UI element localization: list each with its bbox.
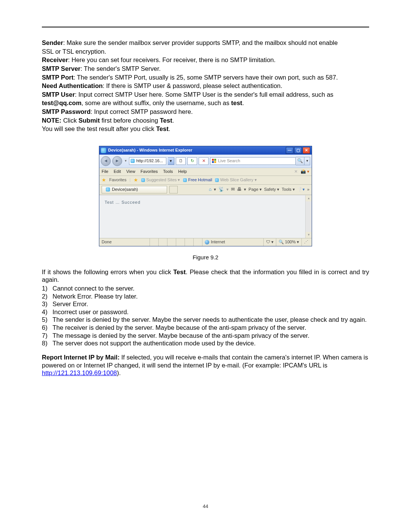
document-body: Sender: Make sure the sender mailbox ser…	[42, 39, 369, 377]
ie-icon	[215, 178, 219, 182]
feeds-icon[interactable]: 📡	[218, 187, 224, 192]
smtp-port-line: SMTP Port: The sender's SMTP Port, usual…	[42, 73, 369, 81]
web-slice-gallery[interactable]: Web Slice Gallery ▾	[215, 177, 256, 183]
address-dropdown[interactable]: ▾	[168, 157, 174, 165]
address-field[interactable]: http://192.16...	[129, 157, 166, 165]
cmd-tools[interactable]: Tools ▾	[282, 187, 295, 192]
close-toolbar-icon[interactable]: ✕	[294, 169, 298, 174]
search-box[interactable]: Live Search 🔍 ▾	[210, 157, 310, 165]
zoom-icon: 🔍	[279, 240, 284, 245]
smtp-server-line: SMTP Server: The sender's SMTP Server.	[42, 65, 369, 73]
close-button[interactable]: ✕	[303, 147, 310, 154]
status-bar: Done Internet 🛡 ▾ 🔍 100% ▾ ⋰	[99, 238, 312, 246]
menu-bar: File Edit View Favorites Tools Help ✕ 📸 …	[99, 168, 312, 176]
new-tab-button[interactable]	[169, 186, 178, 193]
favorites-label[interactable]: Favorites	[109, 177, 126, 183]
help-icon[interactable]: ❔▾	[297, 187, 305, 192]
err-3: Server Error.	[53, 300, 88, 308]
globe-icon	[205, 240, 209, 244]
stop-button[interactable]: ✕	[199, 157, 209, 165]
zoom-control[interactable]: 🔍 100% ▾	[276, 238, 302, 246]
add-favorite-icon[interactable]: ★	[134, 177, 138, 183]
print-icon[interactable]: 🖶	[237, 187, 242, 192]
error-list: 1)Cannot connect to the server. 2)Networ…	[42, 284, 369, 347]
err-8: The server does not support the authenti…	[53, 339, 256, 347]
address-bar: ◄ ► ▾ http://192.16... ▾ 🗋 ↻ ✕ Live Sea	[99, 155, 312, 168]
scroll-up-icon[interactable]: ▴	[306, 195, 312, 201]
forward-button[interactable]: ►	[112, 156, 122, 166]
minimize-button[interactable]: —	[286, 147, 293, 154]
smtp-user-line: SMTP User: Input correct SMTP User here.…	[42, 91, 369, 99]
compat-view-button[interactable]: 🗋	[176, 157, 186, 165]
command-bar: ⌂▾ 📡▾ ✉ 🖶▾ Page ▾ Safety ▾ Tools ▾ ❔▾ »	[209, 187, 309, 192]
favorites-star-icon[interactable]: ★	[102, 177, 106, 183]
menu-help[interactable]: Help	[178, 169, 187, 174]
suggested-sites[interactable]: Suggested Sites ▾	[141, 177, 180, 183]
after-test-line: You will see the test result after you c…	[42, 125, 369, 133]
report-url-link[interactable]: http://121.213.109.69:1008	[42, 369, 117, 376]
menu-edit[interactable]: Edit	[114, 169, 121, 174]
snagit-icon[interactable]: 📸 ▾	[301, 169, 309, 174]
test-result-text: Test … Succeed	[105, 200, 306, 205]
scroll-down-icon[interactable]: ▾	[306, 232, 312, 238]
smtp-pass-line: SMTP Password: Input correct SMTP passwo…	[42, 108, 369, 116]
free-hotmail[interactable]: Free Hotmail	[183, 177, 212, 183]
ie-page-icon	[131, 159, 135, 163]
menu-tools[interactable]: Tools	[163, 169, 173, 174]
search-provider-dropdown[interactable]: ▾	[304, 157, 310, 165]
tab-device[interactable]: Device(sarah)	[102, 186, 167, 193]
back-button[interactable]: ◄	[101, 156, 111, 166]
read-mail-icon[interactable]: ✉	[231, 187, 235, 192]
errors-intro: If it shows the following errors when yo…	[42, 268, 369, 284]
page-content: Test … Succeed ▴ ▾	[99, 195, 312, 238]
menu-view[interactable]: View	[126, 169, 135, 174]
smtp-user-line2: test@qq.com, some are without suffix, on…	[42, 99, 369, 107]
err-6: The receiver is denied by the server. Ma…	[53, 324, 306, 332]
err-2: Network Error. Please try later.	[53, 292, 138, 300]
top-rule	[42, 27, 369, 27]
report-para: Report Internet IP by Mail: If selected,…	[42, 353, 369, 377]
protected-mode-icon[interactable]: 🛡 ▾	[264, 238, 276, 246]
err-7: The message is denied by the server. May…	[53, 332, 309, 340]
maximize-button[interactable]: ▢	[294, 147, 302, 154]
status-zone[interactable]: Internet	[202, 238, 264, 246]
cmd-page[interactable]: Page ▾	[249, 187, 262, 192]
sender-line: Sender: Make sure the sender mailbox ser…	[42, 39, 369, 47]
err-1: Cannot connect to the server.	[53, 284, 135, 292]
need-auth-line: Need Authentication: If there is SMTP us…	[42, 82, 369, 90]
ie-icon	[101, 148, 106, 153]
figure-ie-window: Device(sarah) - Windows Internet Explore…	[99, 146, 312, 246]
refresh-button[interactable]: ↻	[187, 157, 197, 165]
history-dropdown[interactable]: ▾	[124, 159, 127, 163]
ie-icon	[141, 178, 145, 182]
menu-file[interactable]: File	[102, 169, 108, 174]
receiver-label: Receiver	[42, 56, 68, 63]
ie-page-icon	[106, 187, 110, 192]
window-titlebar[interactable]: Device(sarah) - Windows Internet Explore…	[99, 146, 312, 155]
page-number: 44	[0, 503, 411, 509]
search-placeholder: Live Search	[218, 158, 240, 164]
sender-line2: SSL or TSL encryption.	[42, 48, 369, 56]
vertical-scrollbar[interactable]: ▴ ▾	[305, 195, 312, 238]
favorites-bar: ★ Favorites | ★ Suggested Sites ▾ Free H…	[99, 176, 312, 185]
ie-icon	[183, 178, 187, 182]
note-line: NOTE: Click Submit first before choosing…	[42, 117, 369, 125]
err-4: Incorrect user or password.	[53, 308, 129, 316]
menu-favorites[interactable]: Favorites	[140, 169, 158, 174]
cmd-safety[interactable]: Safety ▾	[264, 187, 279, 192]
windows-flag-icon	[212, 159, 217, 163]
figure-caption: Figure 9.2	[42, 254, 369, 261]
resize-grip[interactable]: ⋰	[302, 238, 312, 246]
status-done: Done	[99, 238, 150, 246]
sender-label: Sender	[42, 39, 63, 46]
chevron-overflow[interactable]: »	[307, 187, 309, 192]
search-go-button[interactable]: 🔍	[296, 157, 304, 165]
err-5: The sender is denied by the server. Mayb…	[53, 316, 367, 324]
window-title: Device(sarah) - Windows Internet Explore…	[108, 148, 192, 153]
receiver-line: Receiver: Here you can set four receiver…	[42, 56, 369, 64]
tab-bar: Device(sarah) ⌂▾ 📡▾ ✉ 🖶▾ Page ▾ Safety ▾…	[99, 185, 312, 195]
home-icon[interactable]: ⌂	[209, 187, 212, 192]
